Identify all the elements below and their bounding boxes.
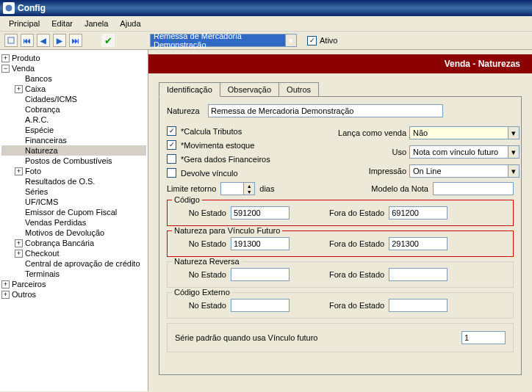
uso-combo[interactable]: Nota com vínculo futuro▾: [409, 145, 520, 159]
tree-uficms[interactable]: UF/ICMS: [1, 197, 146, 207]
tree-resultados[interactable]: Resultados de O.S.: [1, 176, 146, 186]
vinculo-fora-estado-input[interactable]: [389, 237, 447, 250]
gera-dados-label: *Gera dados Financeiros: [181, 155, 270, 164]
tree-parceiros[interactable]: +Parceiros: [1, 279, 146, 289]
tree-cidades[interactable]: Cidades/ICMS: [1, 94, 146, 104]
modelo-nota-label: Modelo da Nota: [371, 184, 428, 193]
modelo-nota-input[interactable]: [433, 182, 514, 195]
tree-foto[interactable]: +Foto: [1, 166, 146, 176]
tree-central[interactable]: Central de aprovação de crédito: [1, 258, 146, 269]
impressao-combo[interactable]: On Line▾: [409, 164, 520, 178]
calcula-tributos-checkbox[interactable]: ✓: [167, 126, 176, 136]
gera-dados-checkbox[interactable]: [167, 154, 176, 164]
tree-view[interactable]: +Produto −Venda Bancos +Caixa Cidades/IC…: [0, 50, 148, 391]
vinculo-no-estado-input[interactable]: [231, 237, 290, 250]
tree-terminais[interactable]: Terminais: [1, 269, 146, 279]
tree-outros[interactable]: +Outros: [1, 289, 146, 300]
tab-outros[interactable]: Outros: [278, 82, 319, 97]
tree-arc[interactable]: A.R.C.: [1, 115, 146, 125]
externo-no-estado-label: No Estado: [173, 301, 226, 310]
limite-retorno-spinner[interactable]: ▲▼: [220, 182, 255, 195]
toolbar-combo[interactable]: Remessa de Mercadoria Demonstração ▾: [150, 34, 297, 47]
externo-legend: Código Externo: [172, 288, 232, 297]
nav-first-button[interactable]: ⏮: [21, 34, 34, 47]
devolve-vinculo-label: Devolve vínculo: [181, 169, 238, 178]
titlebar: Config: [0, 0, 532, 16]
nav-prev-button[interactable]: ◀: [37, 34, 50, 47]
nav-next-button[interactable]: ▶: [53, 34, 66, 47]
reversa-no-estado-label: No Estado: [173, 270, 226, 279]
natureza-input[interactable]: [208, 104, 443, 117]
spinner-down-icon[interactable]: ▼: [244, 189, 254, 195]
menu-principal[interactable]: Principal: [3, 18, 46, 29]
tree-bancos[interactable]: Bancos: [1, 73, 146, 84]
serie-padrao-fieldset: Série padrão quando usa Vínculo futuro: [167, 323, 514, 352]
ativo-label: Ativo: [320, 36, 337, 45]
ativo-checkbox[interactable]: ✓: [307, 36, 317, 46]
toolbar-btn-1[interactable]: [4, 34, 18, 47]
dropdown-icon: ▾: [508, 146, 519, 158]
reversa-legend: Natureza Reversa: [172, 257, 242, 266]
codigo-fora-estado-label: Fora do Estado: [329, 208, 384, 217]
spinner-up-icon[interactable]: ▲: [244, 183, 254, 189]
tree-postos[interactable]: Postos de Combustíveis: [1, 156, 146, 166]
devolve-vinculo-checkbox[interactable]: [167, 168, 176, 178]
svg-rect-1: [8, 37, 14, 43]
tab-observacao[interactable]: Observação: [220, 82, 279, 97]
tree-cobranca-banc[interactable]: +Cobrança Bancária: [1, 238, 146, 248]
tree-cobranca[interactable]: Cobrança: [1, 104, 146, 115]
limite-retorno-label: Limite retorno: [167, 184, 216, 193]
reversa-fora-estado-input[interactable]: [389, 268, 447, 281]
externo-fieldset: Código Externo No Estado Fora do Estado: [167, 292, 514, 319]
window-title: Config: [18, 3, 46, 13]
tab-body: Natureza ✓*Calcula Tributos ✓*Movimenta …: [159, 96, 522, 375]
reversa-fieldset: Natureza Reversa No Estado Fora do Estad…: [167, 261, 514, 288]
tree-caixa[interactable]: +Caixa: [1, 84, 146, 94]
externo-fora-estado-input[interactable]: [389, 299, 447, 312]
calcula-tributos-label: *Calcula Tributos: [181, 127, 242, 136]
codigo-fieldset: Código No Estado Fora do Estado: [167, 200, 514, 226]
externo-fora-estado-label: Fora do Estado: [329, 301, 384, 310]
lanca-venda-label: Lança como venda: [338, 128, 406, 137]
app-icon: [3, 2, 15, 14]
menu-janela[interactable]: Janela: [79, 18, 114, 29]
nav-last-button[interactable]: ⏭: [69, 34, 82, 47]
toolbar-combo-text: Remessa de Mercadoria Demonstração: [152, 31, 285, 50]
vinculo-legend: Natureza para Vínculo Futuro: [172, 226, 282, 235]
tree-financeiras[interactable]: Financeiras: [1, 135, 146, 145]
tab-strip: Identificação Observação Outros: [159, 82, 522, 97]
reversa-no-estado-input[interactable]: [231, 268, 290, 281]
tree-venda[interactable]: −Venda: [1, 63, 146, 73]
serie-padrao-label: Série padrão quando usa Vínculo futuro: [175, 333, 317, 342]
tree-natureza[interactable]: Natureza: [1, 145, 146, 156]
movimenta-estoque-checkbox[interactable]: ✓: [167, 140, 176, 150]
codigo-no-estado-input[interactable]: [231, 206, 290, 219]
serie-padrao-input[interactable]: [461, 331, 506, 344]
svg-point-0: [5, 4, 12, 12]
codigo-legend: Código: [172, 195, 202, 204]
vinculo-fieldset: Natureza para Vínculo Futuro No Estado F…: [167, 231, 514, 257]
tree-emissor[interactable]: Emissor de Cupom Fiscal: [1, 207, 146, 217]
vinculo-fora-estado-label: Fora do Estado: [329, 239, 384, 248]
menu-editar[interactable]: Editar: [46, 18, 79, 29]
tree-checkout[interactable]: +Checkout: [1, 248, 146, 258]
dias-label: dias: [259, 184, 274, 193]
dropdown-icon: ▾: [508, 127, 519, 139]
tree-series[interactable]: Séries: [1, 186, 146, 197]
toolbar-check-button[interactable]: ✔: [101, 34, 115, 47]
tree-motivos[interactable]: Motivos de Devolução: [1, 228, 146, 238]
movimenta-estoque-label: *Movimenta estoque: [181, 141, 254, 150]
tab-identificacao[interactable]: Identificação: [159, 82, 220, 97]
codigo-fora-estado-input[interactable]: [389, 206, 447, 219]
toolbar: ⏮ ◀ ▶ ⏭ ✔ Remessa de Mercadoria Demonstr…: [0, 32, 532, 50]
lanca-venda-combo[interactable]: Não▾: [409, 126, 520, 139]
tree-produto[interactable]: +Produto: [1, 53, 146, 63]
tree-especie[interactable]: Espécie: [1, 125, 146, 135]
tree-vendas-perdidas[interactable]: Vendas Perdidas: [1, 217, 146, 228]
impressao-label: Impressão: [369, 167, 406, 175]
main-panel: Venda - Naturezas Identificação Observaç…: [148, 50, 532, 391]
reversa-fora-estado-label: Fora do Estado: [329, 270, 384, 279]
externo-no-estado-input[interactable]: [231, 299, 290, 312]
uso-label: Uso: [392, 148, 406, 156]
menu-ajuda[interactable]: Ajuda: [114, 18, 146, 29]
